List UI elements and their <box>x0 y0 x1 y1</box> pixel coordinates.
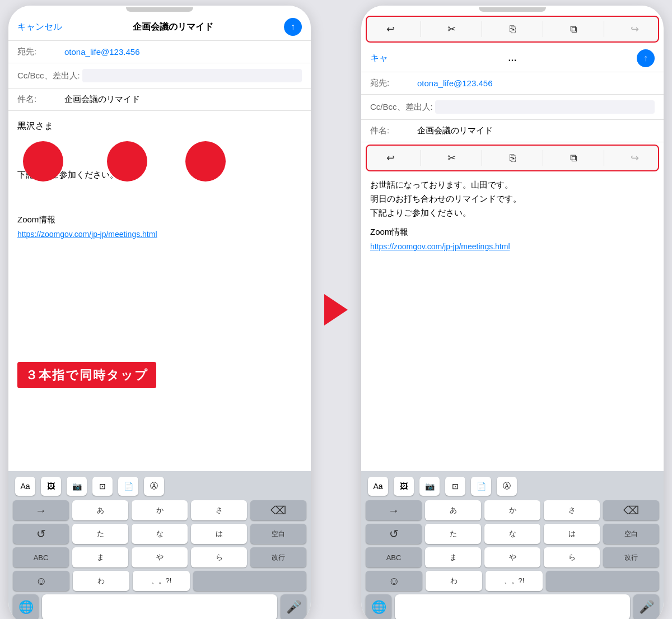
kb-abc-left[interactable]: ABC <box>13 547 69 567</box>
subject-field-right[interactable]: 件名: 企画会議のリマイド <box>361 120 664 142</box>
kb-crop-btn[interactable]: ⊡ <box>92 477 113 496</box>
to-value: otona_life@123.456 <box>64 47 140 57</box>
kb-ma-left[interactable]: ま <box>72 547 128 567</box>
mail-body[interactable]: 黒沢さま お世話になっており 山田で 明日 合わせ ンド 下記よりご参加ください… <box>8 111 311 471</box>
kb-space-right[interactable]: 空白 <box>603 524 659 544</box>
greeting: 黒沢さま <box>17 119 302 133</box>
kb-arrow-btn-right[interactable]: → <box>366 500 422 520</box>
to-field-right[interactable]: 宛先: otona_life@123.456 <box>361 72 664 95</box>
kb-mic-left[interactable]: 🎤 <box>281 594 306 619</box>
kb-emoji-right[interactable]: ☺ <box>366 571 422 591</box>
kb-script-btn-right[interactable]: Ⓐ <box>497 477 517 496</box>
kb-enter-left[interactable]: 改行 <box>250 547 306 567</box>
kb-ra-left[interactable]: ら <box>191 547 247 567</box>
kb-sa-right[interactable]: さ <box>544 500 600 520</box>
kb-photo-btn-right[interactable]: 🖼 <box>394 477 414 496</box>
divider5 <box>421 150 421 166</box>
divider3 <box>543 21 543 37</box>
zoom-link-right[interactable]: https://zoomgov.com/jp-jp/meetings.html <box>370 242 510 251</box>
kb-space3-left[interactable] <box>42 594 277 619</box>
kb-camera-btn[interactable]: 📷 <box>67 477 87 496</box>
undo-btn-top[interactable]: ↩ <box>378 19 403 39</box>
kb-ta-left[interactable]: た <box>72 524 128 544</box>
cut-btn-body[interactable]: ✂ <box>439 148 464 168</box>
kb-ha-left[interactable]: は <box>191 524 247 544</box>
subject-value-right: 企画会議のリマイド <box>417 125 493 136</box>
zoom-link-left[interactable]: https://zoomgov.com/jp-jp/meetings.html <box>17 230 157 239</box>
kb-bottom-right: 🌐 🎤 <box>363 594 661 619</box>
cc-field[interactable]: Cc/Bcc、差出人: <box>8 63 311 89</box>
kb-ra-right[interactable]: ら <box>544 547 600 567</box>
kb-ya-right[interactable]: や <box>484 547 540 567</box>
zoom-section-right: Zoom情報 https://zoomgov.com/jp-jp/meeting… <box>370 225 655 253</box>
kb-script-btn[interactable]: Ⓐ <box>144 477 164 496</box>
kb-aa-btn-right[interactable]: Aa <box>368 477 388 496</box>
cc-field-right[interactable]: Cc/Bcc、差出人: <box>361 95 664 120</box>
copy-btn-body[interactable]: ⎘ <box>500 148 525 168</box>
kb-ta-right[interactable]: た <box>425 524 481 544</box>
mail-body-right[interactable]: お世話になっております。山田です。 明日のお打ち合わせのリマインドです。 下記よ… <box>361 174 664 471</box>
kb-abc-right[interactable]: ABC <box>366 547 422 567</box>
cut-btn-top[interactable]: ✂ <box>439 19 464 39</box>
zoom-section-left: Zoom情報 https://zoomgov.com/jp-jp/meeting… <box>17 213 302 241</box>
subject-field[interactable]: 件名: 企画会議のリマイド <box>8 89 311 111</box>
kb-doc-btn[interactable]: 📄 <box>118 477 138 496</box>
divider6 <box>482 150 482 166</box>
cc-value-empty <box>82 69 302 82</box>
notch <box>126 7 193 12</box>
kb-back-right[interactable]: ⌫ <box>603 500 659 520</box>
kb-camera-btn-right[interactable]: 📷 <box>419 477 440 496</box>
kb-back-left[interactable]: ⌫ <box>250 500 306 520</box>
kb-ka-right[interactable]: か <box>484 500 540 520</box>
kb-ha-right[interactable]: は <box>544 524 600 544</box>
cancel-btn-right[interactable]: キャ <box>370 53 388 64</box>
kb-na-left[interactable]: な <box>132 524 188 544</box>
kb-wa-right[interactable]: わ <box>426 571 482 591</box>
notch-bar-right <box>361 6 664 13</box>
kb-globe-left[interactable]: 🌐 <box>13 594 39 619</box>
kb-a-right[interactable]: あ <box>425 500 481 520</box>
kb-crop-btn-right[interactable]: ⊡ <box>445 477 465 496</box>
kb-sa-left[interactable]: さ <box>191 500 247 520</box>
kb-space2-right[interactable] <box>546 571 659 591</box>
kb-na-right[interactable]: な <box>484 524 540 544</box>
body-toolbar-popup: ↩ ✂ ⎘ ⧉ ↪ <box>366 145 659 171</box>
kb-space3-right[interactable] <box>395 594 630 619</box>
send-button[interactable]: ↑ <box>284 18 302 36</box>
send-btn-right[interactable]: ↑ <box>637 49 655 67</box>
mail-title: 企画会議のリマイド <box>62 21 284 33</box>
kb-mic-right[interactable]: 🎤 <box>633 594 659 619</box>
kb-space-left[interactable]: 空白 <box>250 524 306 544</box>
kb-doc-btn-right[interactable]: 📄 <box>471 477 491 496</box>
kb-ma-right[interactable]: ま <box>425 547 481 567</box>
kb-enter-right[interactable]: 改行 <box>603 547 659 567</box>
paste-btn-top[interactable]: ⧉ <box>561 19 586 39</box>
kb-globe-right[interactable]: 🌐 <box>366 594 391 619</box>
body-toolbar-inner: ↩ ✂ ⎘ ⧉ ↪ <box>370 148 655 168</box>
kb-photo-btn[interactable]: 🖼 <box>41 477 61 496</box>
kb-bottom-left: 🌐 🎤 <box>11 594 309 619</box>
undo-btn-body[interactable]: ↩ <box>378 148 403 168</box>
cancel-button[interactable]: キャンセル <box>17 21 62 33</box>
kb-space2-left[interactable] <box>193 571 306 591</box>
kb-ya-left[interactable]: や <box>132 547 188 567</box>
kb-emoji-left[interactable]: ☺ <box>13 571 69 591</box>
kb-undo-btn-right[interactable]: ↺ <box>366 524 422 544</box>
kb-a-left[interactable]: あ <box>72 500 128 520</box>
redo-btn-body[interactable]: ↪ <box>622 148 647 168</box>
kb-punct-left[interactable]: 、。?! <box>133 571 189 591</box>
kb-wa-left[interactable]: わ <box>73 571 129 591</box>
divider4 <box>604 21 604 37</box>
copy-btn-top[interactable]: ⎘ <box>500 19 525 39</box>
kb-undo-btn[interactable]: ↺ <box>13 524 69 544</box>
kb-punct-right[interactable]: 、。?! <box>486 571 542 591</box>
to-field[interactable]: 宛先: otona_life@123.456 <box>8 41 311 63</box>
body-text-obscured: お世話になっており 山田で 明日 合わせ ンド 下記よりご参加ください。 <box>17 139 302 182</box>
mail-title-right: … <box>388 53 637 63</box>
paste-btn-body[interactable]: ⧉ <box>561 148 586 168</box>
to-label: 宛先: <box>17 46 62 57</box>
redo-btn-top[interactable]: ↪ <box>622 19 647 39</box>
kb-arrow-btn[interactable]: → <box>13 500 69 520</box>
kb-aa-btn[interactable]: Aa <box>15 477 35 496</box>
kb-ka-left[interactable]: か <box>132 500 188 520</box>
